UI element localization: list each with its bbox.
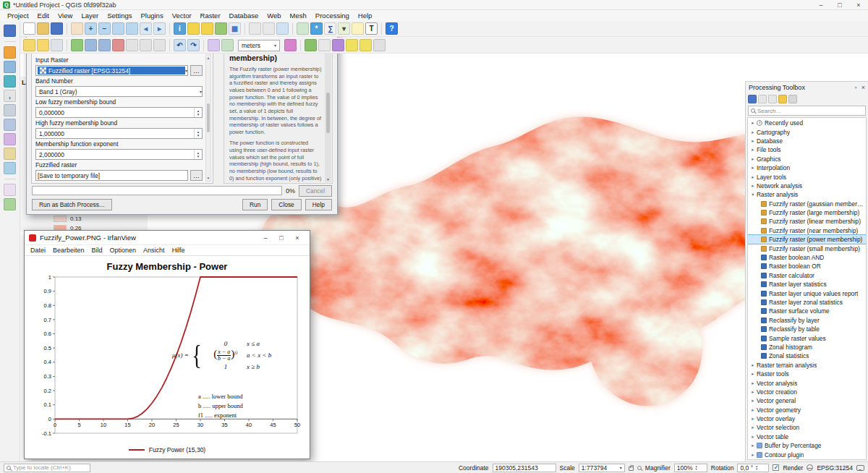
history-icon[interactable] [758, 95, 767, 103]
expand-arrow-icon[interactable]: ▸ [749, 156, 757, 162]
menu-settings[interactable]: Settings [103, 12, 136, 20]
zoom-in-icon[interactable]: + [85, 22, 97, 35]
layer-labeling-icon[interactable] [346, 39, 358, 51]
zoom-full-icon[interactable] [112, 22, 124, 35]
measure-dropdown-icon[interactable]: ▾ [338, 22, 350, 35]
expand-arrow-icon[interactable]: ▸ [749, 165, 757, 171]
add-spatialite-layer-icon[interactable] [4, 119, 16, 131]
add-raster-layer-icon[interactable] [4, 61, 16, 73]
expand-arrow-icon[interactable]: ▸ [749, 174, 757, 180]
project-save-icon[interactable] [51, 22, 63, 35]
algorithm-reclassify-by-layer[interactable]: Reclassify by layer [748, 316, 866, 325]
menu-web[interactable]: Web [263, 12, 285, 20]
parameters-scrollbar[interactable]: ▲▼ [205, 54, 211, 182]
group-network-analysis[interactable]: ▸Network analysis [748, 182, 866, 190]
group-vector-general[interactable]: ▸Vector general [748, 396, 866, 405]
deselect-features-icon[interactable] [201, 22, 213, 35]
new-geopackage-layer-icon[interactable] [4, 198, 16, 210]
input-raster-browse-button[interactable]: … [190, 65, 203, 76]
new-print-layout-icon[interactable] [249, 22, 261, 35]
cancel-button[interactable]: Cancel [299, 185, 332, 197]
group-contour-plugin[interactable]: ▸Contour plugin [748, 450, 866, 459]
expand-arrow-icon[interactable]: ▸ [749, 452, 757, 458]
group-interpolation[interactable]: ▸Interpolation [748, 163, 866, 172]
layer-diagram-icon[interactable] [359, 39, 372, 51]
epsg-status[interactable]: EPSG:31254 [817, 464, 853, 472]
rotation-spinbox[interactable]: 0,0 ° ▴▾ [737, 464, 769, 472]
output-file-input[interactable]: [Save to temporary file] [35, 170, 188, 181]
menu-vector[interactable]: Vector [168, 12, 196, 20]
help-contents-icon[interactable]: ? [386, 22, 398, 35]
group-graphics[interactable]: ▸Graphics [748, 155, 866, 163]
magnifier-spinbox[interactable]: 100% ▴▾ [674, 464, 707, 472]
expand-arrow-icon[interactable]: ▸ [749, 416, 757, 422]
zoom-last-icon[interactable]: ◂ [140, 22, 152, 35]
algorithm-raster-boolean-or[interactable]: Raster boolean OR [748, 262, 866, 270]
expand-arrow-icon[interactable]: ▸ [749, 129, 757, 135]
add-wcs-layer-icon[interactable] [4, 148, 16, 160]
expand-arrow-icon[interactable]: ▸ [749, 398, 757, 404]
menu-plugins[interactable]: Plugins [136, 12, 167, 20]
algorithm-fuzzify-raster-gaussian-membership[interactable]: Fuzzify raster (gaussian membership) [748, 200, 866, 208]
expand-arrow-icon[interactable]: ▸ [749, 407, 757, 413]
add-wms-layer-icon[interactable] [4, 133, 16, 145]
copy-features-icon[interactable] [140, 39, 152, 51]
multiedit-attributes-icon[interactable] [208, 39, 220, 51]
redo-icon[interactable]: ↷ [187, 39, 200, 51]
coordinate-input[interactable]: 190305,231543 [493, 464, 556, 472]
merge-features-icon[interactable] [221, 39, 234, 51]
project-open-icon[interactable] [37, 22, 49, 35]
locate-input[interactable]: Type to locate (Ctrl+K) [4, 464, 90, 472]
lock-scale-icon[interactable] [629, 466, 634, 471]
group-cartography[interactable]: ▸Cartography [748, 127, 866, 136]
digitize-segment-icon[interactable] [71, 39, 83, 51]
expand-arrow-icon[interactable]: ▸ [749, 425, 757, 430]
add-vector-layer-icon[interactable] [4, 46, 16, 59]
float-panel-icon[interactable]: ▫ [855, 84, 857, 91]
pan-map-icon[interactable] [71, 22, 83, 35]
iv-menu-datei[interactable]: Datei [27, 247, 49, 254]
vertex-tool-icon[interactable] [98, 39, 111, 51]
iv-menu-bild[interactable]: Bild [88, 247, 106, 254]
dialog-close-button2[interactable]: Close [271, 199, 301, 210]
undo-icon[interactable]: ↶ [174, 39, 186, 51]
show-bookmarks-icon[interactable] [276, 22, 289, 35]
group-vector-table[interactable]: ▸Vector table [748, 432, 866, 441]
edit-features-inplace-icon[interactable] [778, 95, 787, 103]
new-shapefile-layer-icon[interactable] [4, 184, 16, 196]
iv-menu-optionen[interactable]: Optionen [106, 247, 140, 254]
algorithm-fuzzify-raster-small-membership[interactable]: Fuzzify raster (small membership) [748, 244, 866, 252]
paste-features-icon[interactable] [153, 39, 166, 51]
show-layout-manager-icon[interactable] [263, 22, 275, 35]
project-new-icon[interactable] [23, 22, 35, 35]
messages-icon[interactable] [856, 465, 864, 471]
save-layer-edits-icon[interactable] [51, 39, 63, 51]
spin-arrows-icon[interactable]: ▴▾ [194, 108, 202, 117]
results-viewer-icon[interactable] [768, 95, 777, 103]
help-scrollbar[interactable]: ▲▼ [325, 43, 331, 182]
input-raster-combo[interactable]: Fuzzified raster [EPSG:31254] ▾ [35, 65, 188, 76]
vertex-tool-all-layers-icon[interactable] [85, 39, 97, 51]
exponent-spinbox[interactable]: 2,000000 ▴▾ [35, 149, 203, 160]
map-tips-icon[interactable] [352, 22, 364, 35]
group-raster-analysis[interactable]: ▾Raster analysis [748, 190, 866, 199]
attribute-table-icon[interactable]: ▦ [229, 22, 241, 35]
menu-project[interactable]: Project [3, 12, 33, 20]
band-number-combo[interactable]: Band 1 (Gray) ▾ [35, 86, 203, 97]
cut-features-icon[interactable] [126, 39, 138, 51]
measure-line-icon[interactable] [215, 22, 227, 35]
high-bound-spinbox[interactable]: 1,000000 ▴▾ [35, 128, 203, 139]
menu-processing[interactable]: Processing [311, 12, 354, 20]
help-splitter[interactable]: ▸ [216, 41, 221, 184]
add-delimited-text-layer-icon[interactable]: , [4, 90, 16, 102]
expand-arrow-icon[interactable]: ▸ [749, 183, 757, 189]
iv-maximize-button[interactable]: □ [273, 233, 289, 243]
snapping-options-icon[interactable] [284, 39, 297, 51]
algorithm-raster-calculator[interactable]: Raster calculator [748, 271, 866, 280]
scale-combo[interactable]: 1:773794 ▾ [579, 464, 625, 472]
vertex-marker-icon[interactable] [305, 39, 317, 51]
expand-arrow-icon[interactable]: ▸ [749, 120, 757, 126]
menu-edit[interactable]: Edit [33, 12, 54, 20]
algorithm-reclassify-by-table[interactable]: Reclassify by table [748, 325, 866, 333]
menu-mesh[interactable]: Mesh [286, 12, 311, 20]
